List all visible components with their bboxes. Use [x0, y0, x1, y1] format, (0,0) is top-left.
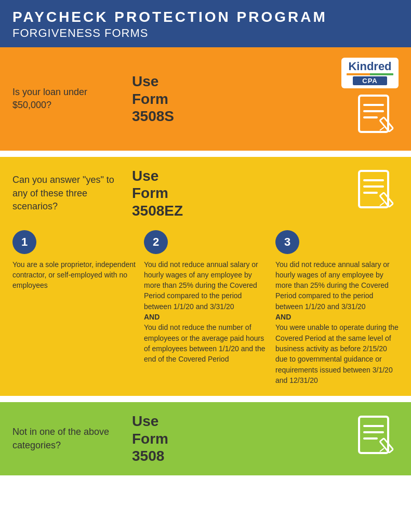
scenario-2-number: 2 — [144, 230, 168, 254]
scenario-3-text: You did not reduce annual salary or hour… — [275, 259, 399, 386]
doc-icon-3-wrapper — [357, 415, 399, 463]
header-subtitle: FORGIVENESS FORMS — [12, 26, 399, 40]
question-1-text: Is your loan under $50,000? — [12, 86, 116, 112]
yellow-top: Can you answer "yes" to any of these thr… — [12, 167, 399, 220]
form-3508ez-label: Use Form 3508EZ — [132, 167, 347, 220]
svg-rect-12 — [359, 417, 388, 453]
doc-icon-2-wrapper — [357, 169, 399, 218]
section-orange: Is your loan under $50,000? Use Form 350… — [0, 47, 411, 151]
section-yellow: Can you answer "yes" to any of these thr… — [0, 157, 411, 396]
scenario-1-number: 1 — [12, 230, 36, 254]
divider-1 — [0, 151, 411, 157]
scenario-1: 1 You are a sole proprietor, independent… — [12, 230, 136, 386]
question-1: Is your loan under $50,000? — [12, 86, 116, 112]
scenario-2: 2 You did not reduce annual salary or ho… — [144, 230, 267, 386]
question-2-text: Can you answer "yes" to any of these thr… — [12, 174, 116, 213]
svg-rect-6 — [359, 171, 388, 207]
logo-cpa: CPA — [353, 76, 387, 85]
header-title: PAYCHECK PROTECTION PROGRAM — [12, 9, 399, 25]
svg-rect-0 — [359, 96, 388, 132]
doc-icon-3508s — [357, 94, 399, 140]
logo-bar — [347, 73, 393, 75]
form-3508s-label: Use Form 3508S — [132, 73, 341, 125]
question-3: Not in one of the above categories? — [12, 425, 116, 451]
form-label-3: Use Form 3508 — [116, 413, 357, 465]
doc-icon-3508 — [357, 415, 399, 461]
svg-line-5 — [380, 127, 384, 130]
form-3508-label: Use Form 3508 — [132, 413, 357, 465]
scenario-1-text: You are a sole proprietor, independent c… — [12, 259, 136, 291]
logo-kindred: Kindred — [348, 61, 391, 72]
question-3-text: Not in one of the above categories? — [12, 425, 116, 451]
scenarios-grid: 1 You are a sole proprietor, independent… — [12, 230, 399, 386]
section-green: Not in one of the above categories? Use … — [0, 402, 411, 475]
scenario-3: 3 You did not reduce annual salary or ho… — [275, 230, 399, 386]
svg-line-11 — [380, 203, 384, 206]
form-label-2: Use Form 3508EZ — [127, 167, 347, 220]
scenario-2-text: You did not reduce annual salary or hour… — [144, 259, 267, 365]
form-label-1: Use Form 3508S — [116, 73, 341, 125]
doc-icon-3508ez — [357, 169, 399, 216]
orange-right: Kindred CPA — [341, 58, 399, 140]
header-section: PAYCHECK PROTECTION PROGRAM FORGIVENESS … — [0, 0, 411, 47]
question-2: Can you answer "yes" to any of these thr… — [12, 174, 116, 213]
svg-line-17 — [380, 448, 384, 451]
divider-2 — [0, 396, 411, 402]
logo: Kindred CPA — [341, 58, 399, 88]
scenario-3-number: 3 — [275, 230, 299, 254]
